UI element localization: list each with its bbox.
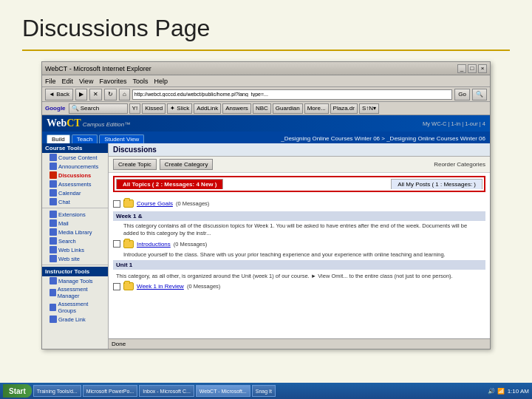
discussion-tabs: All Topics ( 2 : Messages: 4 New ) All M… — [116, 179, 482, 189]
course-content-icon — [50, 154, 57, 161]
topic-link-week1-review[interactable]: Week 1 in Review — [137, 283, 184, 290]
browser-toolbar: ◄ Back ▶ ✕ ↻ ⌂ http://webct.gcccd.edu/we… — [42, 87, 490, 102]
tab-student-view[interactable]: Student View — [99, 134, 144, 143]
toolbar2-slick[interactable]: ✦ Slick — [167, 103, 192, 114]
sidebar-divider-2 — [42, 265, 108, 265]
close-button[interactable]: × — [478, 64, 487, 73]
home-button[interactable]: ⌂ — [119, 89, 130, 100]
sidebar-item-assessment-groups[interactable]: Assessment Groups — [42, 300, 108, 315]
row-checkbox[interactable] — [113, 200, 120, 208]
sidebar-item-search[interactable]: Search — [42, 236, 108, 245]
webct-logo-text: WebCT — [47, 117, 81, 129]
maximize-button[interactable]: □ — [468, 64, 477, 73]
browser-body: Course Tools Course Content Announcement… — [42, 143, 490, 349]
discussion-list: Course Goals (0 Messages) Week 1 & This … — [109, 195, 490, 338]
sidebar-item-manage-tools[interactable]: Manage Tools — [42, 276, 108, 285]
topic-messages-week1-review: (0 Messages) — [187, 283, 220, 290]
row-checkbox[interactable] — [113, 240, 120, 248]
row-checkbox[interactable] — [113, 283, 120, 290]
sidebar-item-media-library[interactable]: Media Library — [42, 228, 108, 236]
taskbar-webct[interactable]: WebCT - Microsoft... — [196, 385, 250, 397]
media-library-icon — [50, 228, 57, 236]
folder-icon — [123, 282, 134, 290]
table-row: This category, as all other, is organize… — [113, 271, 485, 281]
main-content: Discussions Create Topic Create Category… — [109, 143, 490, 349]
tab-teach[interactable]: Teach — [72, 134, 98, 143]
browser-menubar: File Edit View Favorites Tools Help — [42, 75, 490, 87]
sidebar-item-announcements[interactable]: Announcements — [42, 162, 108, 171]
menu-help[interactable]: Help — [154, 78, 168, 85]
sidebar-item-web-site[interactable]: Web site — [42, 254, 108, 263]
topic-messages-course-goals: (0 Messages) — [176, 200, 209, 207]
content-toolbar: Create Topic Create Category Reorder Cat… — [109, 157, 490, 173]
assessment-groups-icon — [50, 304, 56, 311]
sidebar-item-extensions[interactable]: Extensions — [42, 210, 108, 219]
yahoo-item[interactable]: Y! — [129, 103, 141, 114]
announcements-icon — [50, 163, 57, 170]
tab-build[interactable]: Build — [47, 134, 70, 143]
menu-favorites[interactable]: Favorites — [99, 78, 126, 85]
minimize-button[interactable]: _ — [457, 64, 466, 73]
forward-button[interactable]: ▶ — [75, 89, 87, 100]
toolbar2-sn[interactable]: S↑N▾ — [359, 103, 379, 114]
topic-link-course-goals[interactable]: Course Goals — [137, 200, 173, 207]
status-text: Done — [112, 341, 487, 347]
unit1-description-short: This category, as all other, is organize… — [116, 273, 453, 279]
search-button[interactable]: 🔍 — [472, 89, 487, 100]
sidebar-item-web-links[interactable]: Web Links — [42, 245, 108, 254]
sidebar-item-assessments[interactable]: Assessments — [42, 180, 108, 188]
sidebar-item-course-content[interactable]: Course Content — [42, 153, 108, 162]
topic-link-introductions[interactable]: Introductions — [137, 241, 171, 248]
menu-file[interactable]: File — [45, 78, 56, 85]
week-header-unit1: Unit 1 — [113, 260, 485, 270]
address-text: http://webct.gcccd.edu/webct/public/home… — [134, 92, 268, 97]
tab-all-my-posts[interactable]: All My Posts ( 1 : Messages: ) — [391, 179, 482, 189]
table-row: Introductions (0 Messages) — [113, 239, 485, 250]
calendar-icon — [50, 189, 57, 197]
sidebar-item-assessment-manager[interactable]: Assessment Manager — [42, 285, 108, 300]
webct-logo-area: WebCT Campus Edition™ — [47, 117, 130, 129]
toolbar2-more[interactable]: More... — [304, 103, 329, 114]
browser-title: WebCT - Microsoft Internet Explorer — [45, 65, 457, 72]
sidebar-item-grade-link[interactable]: Grade Link — [42, 315, 108, 324]
create-category-button[interactable]: Create Category — [160, 159, 214, 170]
create-topic-button[interactable]: Create Topic — [113, 159, 157, 170]
taskbar-powerpoint[interactable]: Microsoft PowerPo... — [83, 385, 138, 397]
sidebar-item-calendar[interactable]: Calendar — [42, 188, 108, 197]
sidebar-item-mail[interactable]: Mail — [42, 219, 108, 228]
title-divider — [22, 50, 510, 51]
slide: Discussions Page WebCT - Microsoft Inter… — [0, 0, 532, 399]
address-bar[interactable]: http://webct.gcccd.edu/webct/public/home… — [132, 89, 453, 100]
grade-link-icon — [50, 316, 57, 323]
toolbar2-answers[interactable]: Answers — [222, 103, 251, 114]
manage-tools-icon — [50, 277, 57, 284]
sidebar-item-chat[interactable]: Chat — [42, 197, 108, 206]
webct-header: WebCT Campus Edition™ My WC-C | 1-in | 1… — [42, 115, 490, 132]
toolbar2-nbc[interactable]: NBC — [253, 103, 271, 114]
refresh-button[interactable]: ↻ — [104, 89, 117, 100]
back-button[interactable]: ◄ Back — [45, 89, 73, 100]
go-button[interactable]: Go — [454, 89, 470, 100]
google-search[interactable]: 🔍 Search — [69, 103, 128, 114]
tab-all-topics[interactable]: All Topics ( 2 : Messages: 4 New ) — [116, 179, 223, 189]
start-button[interactable]: Start — [3, 384, 32, 398]
menu-edit[interactable]: Edit — [62, 78, 74, 85]
toolbar2-plaza[interactable]: Plaza.dr — [330, 103, 358, 114]
stop-button[interactable]: ✕ — [89, 89, 102, 100]
taskbar-training[interactable]: Training Tools/d... — [33, 385, 81, 397]
sidebar-item-discussions[interactable]: Discussions — [42, 171, 108, 180]
intro-description: Introduce yourself to the class. Share w… — [123, 251, 475, 259]
taskbar-snagit[interactable]: Snag It — [252, 385, 276, 397]
toolbar2-guardian[interactable]: Guardian — [273, 103, 303, 114]
toolbar2-kissed[interactable]: Kissed — [142, 103, 166, 114]
sidebar-course-tools-header: Course Tools — [42, 143, 108, 153]
menu-view[interactable]: View — [79, 78, 93, 85]
menu-tools[interactable]: Tools — [132, 78, 148, 85]
webct-nav-tabs: Build Teach Student View _Designing Onli… — [42, 132, 490, 143]
toolbar2-addlink[interactable]: AddLink — [194, 103, 221, 114]
webct-user-info: My WC-C | 1-in | 1-our | 4 — [423, 120, 485, 127]
table-row: Week 1 in Review (0 Messages) — [113, 281, 485, 292]
taskbar-inbox[interactable]: Inbox - Microsoft C... — [139, 385, 194, 397]
tabs-highlight-box: All Topics ( 2 : Messages: 4 New ) All M… — [113, 176, 485, 192]
discussion-tabs-area: All Topics ( 2 : Messages: 4 New ) All M… — [109, 173, 490, 195]
